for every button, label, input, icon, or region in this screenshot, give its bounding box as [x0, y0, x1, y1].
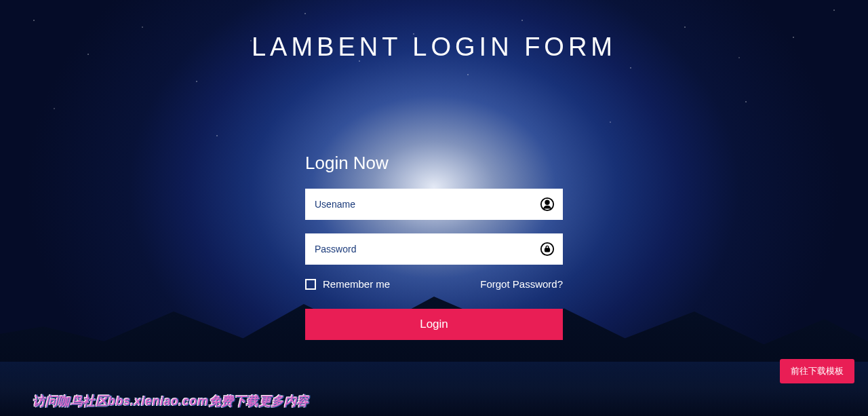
user-icon [540, 197, 555, 212]
password-field-wrap [305, 233, 563, 265]
remember-checkbox[interactable] [305, 279, 316, 290]
login-button[interactable]: Login [305, 309, 563, 340]
lock-icon [540, 242, 555, 257]
login-heading: Login Now [305, 153, 563, 174]
options-row: Remember me Forgot Password? [305, 278, 563, 290]
login-form: Login Now Remember me Forgot Password? [305, 153, 563, 340]
username-field-wrap [305, 189, 563, 220]
watermark-text: 访问咖鸟社区bbs.xieniao.com免费下载更多内容 [33, 393, 309, 409]
password-input[interactable] [305, 233, 563, 265]
forgot-password-link[interactable]: Forgot Password? [480, 278, 563, 290]
remember-me[interactable]: Remember me [305, 278, 390, 290]
username-input[interactable] [305, 189, 563, 220]
page-title: LAMBENT LOGIN FORM [0, 33, 868, 62]
remember-label: Remember me [323, 278, 390, 290]
download-template-button[interactable]: 前往下载模板 [780, 359, 854, 383]
svg-point-1 [545, 201, 549, 205]
svg-rect-3 [545, 248, 549, 252]
